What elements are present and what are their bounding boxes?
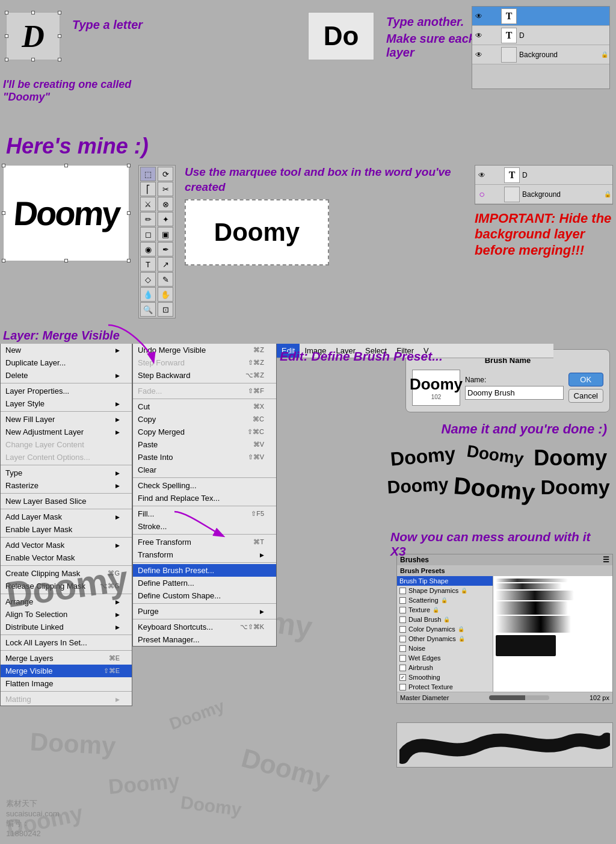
eye-icon[interactable]: 👁 <box>473 49 484 60</box>
edit-step-backward[interactable]: Step Backward⌥⌘Z <box>133 369 276 382</box>
tool-magic[interactable]: ⎡ <box>140 182 156 196</box>
menu-delete[interactable]: Delete <box>1 369 132 382</box>
tool-crop[interactable]: ✂ <box>158 182 173 196</box>
edit-define-pattern[interactable]: Define Pattern... <box>133 577 276 589</box>
edit-copy[interactable]: Copy⌘C <box>133 413 276 426</box>
diameter-slider[interactable] <box>489 695 549 700</box>
tool-slice[interactable]: ⚔ <box>140 197 156 211</box>
edit-undo[interactable]: Undo Merge Visible⌘Z <box>133 344 276 356</box>
layer-row-t1[interactable]: 👁 T <box>472 7 609 26</box>
eye-icon[interactable]: 👁 <box>473 30 484 41</box>
edit-define-brush[interactable]: Define Brush Preset... <box>133 564 276 577</box>
checkbox[interactable] <box>399 665 406 671</box>
tool-patch[interactable]: ⊗ <box>158 197 173 211</box>
preset-label: Other Dynamics <box>408 635 456 642</box>
tool-type[interactable]: T <box>140 257 156 272</box>
menu-merge-visible[interactable]: Merge Visible⇧⌘E <box>1 665 132 677</box>
preset-noise[interactable]: Noise <box>397 644 493 653</box>
checkbox[interactable] <box>399 616 406 623</box>
checkbox[interactable] <box>399 645 406 652</box>
edit-define-shape[interactable]: Define Custom Shape... <box>133 589 276 602</box>
tool-dodge[interactable]: ◉ <box>140 242 156 256</box>
tool-zoom[interactable]: 🔍 <box>140 302 156 317</box>
preset-smoothing[interactable]: Smoothing <box>397 672 493 682</box>
preset-other-dynamics[interactable]: Other Dynamics 🔒 <box>397 634 493 644</box>
tool-hand[interactable]: ✋ <box>158 287 173 302</box>
ok-button[interactable]: OK <box>568 373 603 386</box>
tool-pen[interactable]: ✒ <box>158 242 173 256</box>
checkbox[interactable] <box>399 636 406 642</box>
tool-gradient[interactable]: ▣ <box>158 227 173 241</box>
eye-icon[interactable]: 👁 <box>473 11 484 22</box>
edit-find-replace[interactable]: Find and Replace Tex... <box>133 492 276 504</box>
tool-eraser[interactable]: ◻ <box>140 227 156 241</box>
tool-marquee[interactable]: ⬚ <box>140 167 156 181</box>
menu-flatten[interactable]: Flatten Image <box>1 677 132 690</box>
edit-free-transform[interactable]: Free Transform⌘T <box>133 536 276 548</box>
checkbox-checked[interactable] <box>399 674 406 681</box>
menu-enable-layer-mask[interactable]: Enable Layer Mask <box>1 523 132 536</box>
tool-shape[interactable]: ◇ <box>140 272 156 287</box>
menu-layer-properties[interactable]: Layer Properties... <box>1 385 132 397</box>
checkbox[interactable] <box>399 684 406 690</box>
tool-clone[interactable]: ✦ <box>158 212 173 226</box>
menu-type[interactable]: Type <box>1 467 132 479</box>
menu-new-slice[interactable]: New Layer Based Slice <box>1 495 132 507</box>
edit-stroke[interactable]: Stroke... <box>133 520 276 533</box>
edit-preset-manager[interactable]: Preset Manager... <box>133 633 276 646</box>
menu-new-fill[interactable]: New Fill Layer <box>1 413 132 426</box>
preset-texture[interactable]: Texture 🔒 <box>397 605 493 615</box>
tool-notes[interactable]: ✎ <box>158 272 173 287</box>
edit-transform[interactable]: Transform <box>133 548 276 561</box>
checkbox[interactable] <box>399 655 406 662</box>
right-panel-middle: 👁 T D ○ Background 🔒 IMPORTANT: Hide the… <box>475 165 613 258</box>
edit-copy-merged[interactable]: Copy Merged⇧⌘C <box>133 426 276 438</box>
menu-merge-layers[interactable]: Merge Layers⌘E <box>1 652 132 665</box>
menu-new[interactable]: New <box>1 344 132 356</box>
edit-keyboard-shortcuts[interactable]: Keyboard Shortcuts...⌥⇧⌘K <box>133 621 276 633</box>
menu-add-layer-mask[interactable]: Add Layer Mask <box>1 510 132 523</box>
menu-lock-layers[interactable]: Lock All Layers In Set... <box>1 636 132 649</box>
menu-add-vector-mask[interactable]: Add Vector Mask <box>1 539 132 551</box>
checkbox[interactable] <box>399 626 406 633</box>
layer-row-t2[interactable]: 👁 T D <box>472 26 609 45</box>
checkbox[interactable] <box>399 597 406 604</box>
separator <box>133 477 276 478</box>
edit-cut[interactable]: Cut⌘X <box>133 400 276 413</box>
preset-color-dynamics[interactable]: Color Dynamics 🔒 <box>397 624 493 634</box>
tool-brush[interactable]: ✏ <box>140 212 156 226</box>
tool-extra[interactable]: ⊡ <box>158 302 173 317</box>
preset-tip-shape[interactable]: Brush Tip Shape <box>397 576 493 586</box>
edit-clear[interactable]: Clear <box>133 464 276 476</box>
tool-path[interactable]: ↗ <box>158 257 173 272</box>
preset-shape-dynamics[interactable]: Shape Dynamics 🔒 <box>397 586 493 595</box>
edit-check-spelling[interactable]: Check Spelling... <box>133 479 276 492</box>
tool-lasso[interactable]: ⟳ <box>158 167 173 181</box>
menu-duplicate-layer[interactable]: Duplicate Layer... <box>1 356 132 369</box>
edit-purge[interactable]: Purge <box>133 605 276 618</box>
edit-paste[interactable]: Paste⌘V <box>133 438 276 451</box>
preset-protect-texture[interactable]: Protect Texture <box>397 682 493 692</box>
tool-eyedrop[interactable]: 💧 <box>140 287 156 302</box>
preset-wet-edges[interactable]: Wet Edges <box>397 653 493 663</box>
brush-name-input[interactable] <box>465 386 564 400</box>
checkbox[interactable] <box>399 607 406 613</box>
preset-airbrush[interactable]: Airbrush <box>397 663 493 672</box>
layer-row-bg[interactable]: 👁 Background 🔒 <box>472 45 609 64</box>
menu-new-adj[interactable]: New Adjustment Layer <box>1 426 132 438</box>
eye-icon[interactable]: 👁 <box>476 170 487 181</box>
edit-fill[interactable]: Fill...⇧F5 <box>133 507 276 520</box>
checkbox[interactable] <box>399 588 406 594</box>
cancel-button[interactable]: Cancel <box>568 389 603 403</box>
menu-rasterize[interactable]: Rasterize <box>1 479 132 492</box>
preset-scattering[interactable]: Scattering 🔒 <box>397 595 493 605</box>
handle-tr <box>58 11 61 14</box>
layer-row-mid-t[interactable]: 👁 T D <box>475 166 612 185</box>
layer-row-mid-bg[interactable]: ○ Background 🔒 <box>475 185 612 204</box>
edit-paste-into[interactable]: Paste Into⇧⌘V <box>133 451 276 464</box>
menu-distribute[interactable]: Distribute Linked <box>1 621 132 633</box>
menu-layer-style[interactable]: Layer Style <box>1 397 132 410</box>
eye-hidden-icon[interactable]: ○ <box>476 189 487 200</box>
edit-define-brush-label: Edit: Define Brush Preset... <box>280 349 443 364</box>
preset-dual-brush[interactable]: Dual Brush 🔒 <box>397 615 493 624</box>
